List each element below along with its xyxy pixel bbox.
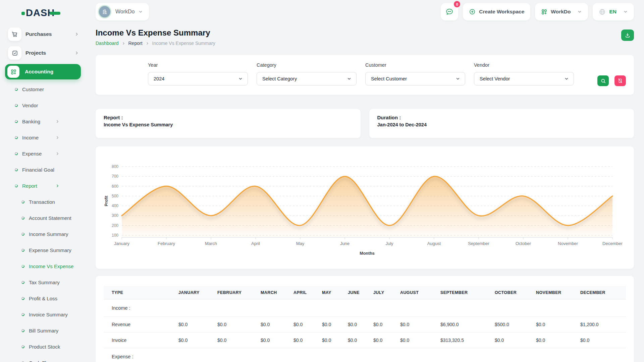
sidebar-subitem-label: Account Statement bbox=[29, 215, 86, 221]
bullet-icon bbox=[21, 329, 24, 332]
svg-text:March: March bbox=[205, 241, 217, 246]
table-column-header: JANUARY bbox=[170, 286, 209, 300]
sidebar-item-cash-flow[interactable]: Cash Flow bbox=[0, 355, 86, 362]
vendor-select[interactable]: Select Vendor bbox=[474, 72, 574, 85]
duration-card-title: Duration : bbox=[377, 115, 626, 120]
main-content: WorkDo 0 Create Workspace bbox=[86, 0, 644, 362]
download-button[interactable] bbox=[621, 29, 634, 41]
table-column-header: MAY bbox=[314, 286, 340, 300]
chevron-down-icon bbox=[347, 76, 352, 81]
chevron-right-icon bbox=[74, 32, 79, 37]
sidebar-item-income[interactable]: Income bbox=[0, 129, 86, 145]
duration-summary-card: Duration : Jan-2024 to Dec-2024 bbox=[369, 109, 634, 138]
logo-accent-dot bbox=[21, 12, 25, 15]
workdo-dropdown-label: WorkDo bbox=[551, 9, 571, 15]
table-cell: $313,320.5 bbox=[432, 333, 487, 348]
table-column-header: JUNE bbox=[340, 286, 365, 300]
sidebar-item-invoice-summary[interactable]: Invoice Summary bbox=[0, 306, 86, 322]
table-cell: $0.0 bbox=[285, 317, 314, 333]
table-row: Invoice$0.0$0.0$0.0$0.0$0.0$0.0$0.0$0.0$… bbox=[104, 333, 626, 348]
breadcrumb-dashboard[interactable]: Dashboard bbox=[96, 41, 119, 46]
sidebar-item-account-statement[interactable]: Account Statement bbox=[0, 210, 86, 226]
table-section-label: Expense : bbox=[104, 348, 626, 362]
vendor-label: Vendor bbox=[474, 62, 574, 68]
table-column-header: JULY bbox=[365, 286, 392, 300]
apply-filter-button[interactable] bbox=[597, 75, 609, 86]
messages-button[interactable]: 0 bbox=[441, 3, 458, 20]
svg-text:July: July bbox=[385, 241, 393, 246]
svg-text:400: 400 bbox=[112, 203, 118, 208]
chevron-down-icon bbox=[238, 76, 243, 81]
top-header: WorkDo 0 Create Workspace bbox=[96, 0, 634, 23]
svg-text:800: 800 bbox=[112, 164, 118, 169]
sidebar-subitem-label: Invoice Summary bbox=[29, 312, 86, 317]
cart-icon bbox=[8, 27, 21, 41]
sidebar-item-profit-loss[interactable]: Profit & Loss bbox=[0, 290, 86, 306]
chevron-down-icon bbox=[577, 9, 582, 14]
table-cell: $0.0 bbox=[170, 317, 209, 333]
reset-filter-button[interactable] bbox=[614, 75, 626, 86]
sidebar-item-product-stock[interactable]: Product Stock bbox=[0, 339, 86, 355]
breadcrumb-current: Income Vs Expense Summary bbox=[152, 41, 215, 46]
table-column-header: DECEMBER bbox=[572, 286, 626, 300]
income-expense-table-card: TYPEJANUARYFEBRUARYMARCHAPRILMAYJUNEJULY… bbox=[96, 276, 634, 362]
bullet-icon bbox=[21, 200, 24, 203]
language-selector[interactable]: EN bbox=[593, 3, 634, 20]
table-column-header: FEBRUARY bbox=[209, 286, 253, 300]
chart-card: 100200300400500600700800JanuaryFebruaryM… bbox=[96, 146, 634, 269]
sidebar-item-purchases[interactable]: Purchases bbox=[0, 25, 86, 44]
table-section-label: Income : bbox=[104, 300, 626, 317]
sidebar-subitem-label: Tax Summary bbox=[29, 280, 86, 285]
svg-text:August: August bbox=[427, 241, 441, 246]
table-column-header: SEPTEMBER bbox=[432, 286, 487, 300]
sidebar-subitem-label: Expense Summary bbox=[29, 247, 86, 253]
grid-plus-icon bbox=[7, 66, 19, 78]
svg-text:Months: Months bbox=[360, 251, 374, 256]
bullet-icon bbox=[21, 264, 24, 268]
bullet-icon bbox=[14, 136, 18, 139]
sidebar-item-vendor[interactable]: Vendor bbox=[0, 97, 86, 113]
create-workspace-button[interactable]: Create Workspace bbox=[463, 3, 530, 20]
chevron-down-icon bbox=[138, 9, 143, 14]
sidebar-subitem-label: Income Summary bbox=[29, 231, 86, 237]
sidebar-item-report[interactable]: Report bbox=[0, 178, 86, 194]
table-cell: $0.0 bbox=[285, 333, 314, 348]
messages-count-badge: 0 bbox=[454, 1, 460, 7]
app-logo: DASH bbox=[0, 6, 86, 19]
table-cell: $0.0 bbox=[170, 333, 209, 348]
bullet-icon bbox=[21, 216, 24, 220]
workspace-avatar bbox=[98, 5, 111, 18]
breadcrumb-report[interactable]: Report bbox=[128, 41, 143, 46]
sidebar-item-banking[interactable]: Banking bbox=[0, 113, 86, 129]
sidebar-subitem-label: Banking bbox=[22, 119, 55, 124]
sidebar-item-expense-summary[interactable]: Expense Summary bbox=[0, 242, 86, 258]
sidebar-item-financial-goal[interactable]: Financial Goal bbox=[0, 162, 86, 178]
breadcrumb: Dashboard Report Income Vs Expense Summa… bbox=[96, 41, 215, 46]
sidebar-item-accounting[interactable]: Accounting bbox=[5, 64, 81, 79]
report-card-value: Income Vs Expense Summary bbox=[104, 122, 353, 127]
workdo-dropdown[interactable]: WorkDo bbox=[535, 3, 588, 20]
bullet-icon bbox=[21, 345, 24, 348]
sidebar-item-projects[interactable]: Projects bbox=[0, 44, 86, 62]
category-select[interactable]: Select Category bbox=[257, 72, 357, 85]
grid-plus-icon bbox=[541, 9, 547, 15]
customer-select[interactable]: Select Customer bbox=[365, 72, 465, 85]
sidebar-item-bill-summary[interactable]: Bill Summary bbox=[0, 322, 86, 339]
chevron-right-icon bbox=[55, 119, 60, 124]
sidebar-item-transaction[interactable]: Transaction bbox=[0, 194, 86, 210]
sidebar-item-tax-summary[interactable]: Tax Summary bbox=[0, 274, 86, 290]
sidebar-item-income-vs-expense[interactable]: Income Vs Expense bbox=[0, 258, 86, 274]
year-select[interactable]: 2024 bbox=[148, 72, 248, 85]
workspace-switcher[interactable]: WorkDo bbox=[96, 3, 149, 20]
sidebar-item-income-summary[interactable]: Income Summary bbox=[0, 226, 86, 242]
sidebar-subitem-label: Cash Flow bbox=[29, 360, 86, 362]
check-square-icon bbox=[8, 46, 21, 60]
category-select-value: Select Category bbox=[262, 76, 297, 81]
customer-label: Customer bbox=[365, 62, 465, 68]
bullet-icon bbox=[21, 297, 24, 300]
table-cell: $0.0 bbox=[209, 317, 253, 333]
globe-icon bbox=[599, 8, 606, 15]
sidebar-item-expense[interactable]: Expense bbox=[0, 145, 86, 162]
sidebar-item-customer[interactable]: Customer bbox=[0, 81, 86, 97]
sidebar-subitem-label: Income Vs Expense bbox=[29, 263, 86, 269]
